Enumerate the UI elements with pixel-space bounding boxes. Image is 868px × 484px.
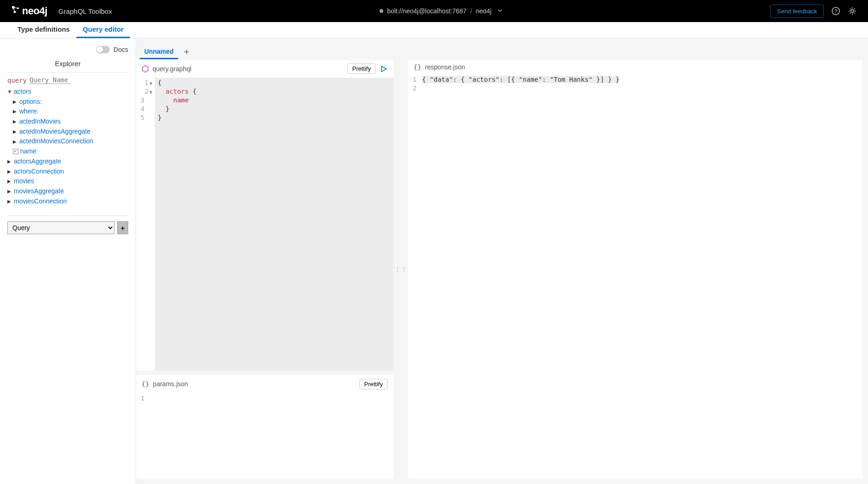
caret-right-icon: ▶ <box>13 98 17 106</box>
app-title: GraphQL Toolbox <box>58 7 112 15</box>
params-panel: {} params.json Prettify 1 <box>136 375 393 479</box>
query-keyword: query <box>7 77 27 84</box>
tree-item-name[interactable]: ✓name <box>13 146 128 157</box>
tree-item[interactable]: ▶actedInMovies <box>13 117 128 127</box>
caret-right-icon: ▶ <box>13 138 17 146</box>
query-tabs: Unnamed <box>136 44 862 60</box>
response-panel: {} response.json 12 { "data": { "actors"… <box>408 60 862 478</box>
tree-item[interactable]: ▶actorsConnection <box>7 167 128 177</box>
query-panel: query.graphql Prettify 1▼2▼3 4 5 { actor… <box>136 60 393 371</box>
params-editor[interactable]: 1 <box>136 393 393 479</box>
graphql-icon <box>142 65 149 73</box>
docs-label: Docs <box>113 46 128 53</box>
caret-right-icon: ▶ <box>13 128 17 135</box>
gear-icon[interactable] <box>848 6 857 16</box>
status-dot-icon <box>380 9 383 13</box>
svg-point-11 <box>148 70 149 71</box>
svg-marker-8 <box>142 66 148 72</box>
caret-right-icon: ▶ <box>7 168 12 175</box>
query-filename: query.graphql <box>153 65 192 73</box>
vertical-resize-handle[interactable]: ⋮⋮ <box>398 60 403 478</box>
tree-root-actors[interactable]: ▼ actors <box>7 87 128 97</box>
tab-query-editor[interactable]: Query editor <box>76 22 130 38</box>
svg-point-13 <box>142 70 143 71</box>
logo: neo4j <box>11 5 47 17</box>
tree-item[interactable]: ▶actedInMoviesAggregate <box>13 127 128 137</box>
send-feedback-button[interactable]: Send feedback <box>770 5 824 18</box>
database-name: neo4j <box>476 7 491 15</box>
caret-right-icon: ▶ <box>13 118 17 125</box>
logo-icon <box>11 5 20 17</box>
separator: / <box>470 7 472 15</box>
caret-right-icon: ▶ <box>7 158 12 165</box>
response-filename: response.json <box>425 63 465 71</box>
prettify-query-button[interactable]: Prettify <box>347 63 376 74</box>
help-icon[interactable]: ? <box>831 6 840 16</box>
caret-right-icon: ▶ <box>7 198 12 205</box>
explorer-sidebar: Docs Explorer query ▼ actors ▶options: ▶… <box>0 39 136 484</box>
docs-toggle[interactable] <box>96 46 110 53</box>
checkbox-checked-icon[interactable]: ✓ <box>13 149 18 154</box>
logo-text: neo4j <box>22 5 47 17</box>
query-name-input[interactable] <box>29 76 71 84</box>
svg-point-10 <box>148 67 149 68</box>
tree-item[interactable]: ▶movies <box>7 176 128 186</box>
svg-point-7 <box>851 10 854 12</box>
run-query-button[interactable] <box>380 65 388 73</box>
chevron-down-icon <box>497 7 503 15</box>
query-editor[interactable]: 1▼2▼3 4 5 { actors { name }} <box>136 78 393 371</box>
tab-type-definitions[interactable]: Type definitions <box>11 22 76 38</box>
main-tabs: Type definitions Query editor <box>0 22 868 39</box>
caret-down-icon: ▼ <box>7 88 12 96</box>
braces-icon: {} <box>414 63 421 71</box>
svg-text:?: ? <box>834 8 837 14</box>
add-operation-button[interactable]: + <box>117 221 128 234</box>
tree-item[interactable]: ▶where: <box>13 107 128 117</box>
explorer-title: Explorer <box>7 57 128 73</box>
app-header: neo4j GraphQL Toolbox bolt://neo4j@local… <box>0 0 868 22</box>
svg-point-14 <box>142 67 143 68</box>
braces-icon: {} <box>142 380 149 388</box>
query-tab-unnamed[interactable]: Unnamed <box>140 45 178 59</box>
tree-item[interactable]: ▶options: <box>13 97 128 107</box>
connection-display[interactable]: bolt://neo4j@localhost:7687 / neo4j <box>112 7 771 15</box>
prettify-params-button[interactable]: Prettify <box>359 379 388 389</box>
editor-area: Unnamed query.graphql Prettify <box>136 39 868 484</box>
operation-type-select[interactable]: Query <box>7 221 114 234</box>
caret-right-icon: ▶ <box>7 188 12 195</box>
caret-right-icon: ▶ <box>7 178 12 185</box>
connection-string: bolt://neo4j@localhost:7687 <box>387 7 466 15</box>
add-tab-button[interactable] <box>181 46 192 57</box>
params-filename: params.json <box>153 380 188 388</box>
tree-item[interactable]: ▶actedInMoviesConnection <box>13 136 128 146</box>
caret-right-icon: ▶ <box>13 108 17 115</box>
tree-item[interactable]: ▶actorsAggregate <box>7 157 128 167</box>
response-viewer[interactable]: 12 { "data": { "actors": [{ "name": "Tom… <box>408 74 862 478</box>
tree-item[interactable]: ▶moviesAggregate <box>7 186 128 197</box>
explorer-tree: ▼ actors ▶options: ▶where: ▶actedInMovie… <box>7 87 128 206</box>
tree-item[interactable]: ▶moviesConnection <box>7 197 128 207</box>
